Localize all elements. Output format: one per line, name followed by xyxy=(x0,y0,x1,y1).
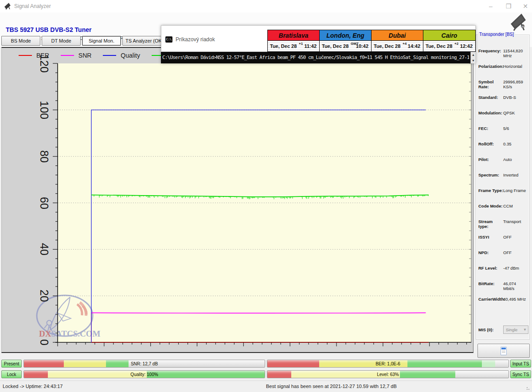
clock-time: 12:42 xyxy=(460,41,473,51)
clock-date: Tue, Dec 28 xyxy=(426,41,452,51)
transponder-field-bitrate: BitRate:46,074 Mbit/s xyxy=(478,281,528,297)
field-label: BitRate: xyxy=(478,281,503,286)
legend-item-snr: SNR xyxy=(61,52,92,59)
clock-time: 11:42 xyxy=(304,41,317,51)
transponder-field-fec: FEC:5/6 xyxy=(478,126,528,141)
lock-indicator-button[interactable]: Lock xyxy=(1,370,22,378)
field-value: Transport xyxy=(503,219,521,224)
transponder-field-stream-type: Stream type:Transport xyxy=(478,219,528,235)
scroll-up-icon[interactable]: ▲ xyxy=(471,52,476,58)
clock-time-row: Tue, Dec 28GMT10:42 xyxy=(320,41,371,51)
transponder-field-rolloff: RollOff:0.35 xyxy=(478,141,528,157)
mode-tab-bar: BS ModeDT ModeSignal Mon.TS Analyzer (OK… xyxy=(1,36,167,46)
satellite-dish-icon: dBs xyxy=(508,12,528,31)
chart-plot-area xyxy=(58,63,471,342)
tab-signal-mon[interactable]: Signal Mon. xyxy=(82,36,121,46)
clock-date: Tue, Dec 28 xyxy=(270,41,297,51)
field-label: Modulation: xyxy=(478,110,503,115)
field-label: Code Mode: xyxy=(478,204,503,208)
ber-meter: BER: 1,0E-6 xyxy=(267,360,509,368)
transponder-field-issyi: ISSYIOFF xyxy=(478,235,528,250)
field-value: CCM xyxy=(503,204,513,208)
field-label: RF Level: xyxy=(478,266,503,270)
lock-uptime-status: Locked -> Uptime: 24:43:17 xyxy=(3,384,63,389)
transponder-field-rf-level: RF Level:-47 dBm xyxy=(478,266,528,281)
svg-text:DXSATCS.COM: DXSATCS.COM xyxy=(39,329,101,338)
field-value: Horizontal xyxy=(503,64,522,69)
tab-ts-analyzer-ok[interactable]: TS Analyzer (OK) xyxy=(122,36,167,46)
legend-label: SNR xyxy=(78,52,92,59)
transponder-field-pilot: Pilot:Auto xyxy=(478,157,528,172)
tab-dt-mode[interactable]: DT Mode xyxy=(42,36,81,46)
field-value: Long Frame xyxy=(503,188,526,193)
field-value: 5/6 xyxy=(503,126,509,131)
clock-utc-offset: +2 xyxy=(454,42,458,46)
clock-time: 14:42 xyxy=(408,41,420,51)
field-label: Polarization: xyxy=(478,64,503,69)
transponder-field-symbol-rate: Symbol Rate:29996,859 KS/s xyxy=(478,79,528,95)
clock-city: Bratislava xyxy=(268,30,319,41)
transponder-field-modulation: Modulation:QPSK xyxy=(478,110,528,126)
clock-city: Dubai xyxy=(372,30,423,41)
logo-text-dx: DX xyxy=(39,329,51,338)
field-label: RollOff: xyxy=(478,141,503,146)
field-label: Symbol Rate: xyxy=(478,79,503,89)
field-value: 0.35 xyxy=(503,141,512,146)
field-value: 29996,859 KS/s xyxy=(503,79,528,89)
title-bar[interactable]: Signal Analyzer – ❒ ✕ xyxy=(0,0,532,12)
clock-bratislava: BratislavaTue, Dec 28+111:42 xyxy=(268,30,320,51)
input-ts-button[interactable]: Input TS xyxy=(510,360,531,368)
command-prompt-body[interactable]: C:\Users\Roman Dávid>NSS 12-57°E_East Af… xyxy=(161,52,476,63)
scroll-down-icon[interactable]: ▼ xyxy=(471,58,476,63)
world-clocks: BratislavaTue, Dec 28+111:42London, EngT… xyxy=(267,30,476,52)
present-indicator-button[interactable]: Present xyxy=(1,360,22,368)
field-label: FEC: xyxy=(478,126,503,131)
sync-ts-button[interactable]: Sync TS xyxy=(510,370,531,378)
mis-select[interactable]: Single ▼ xyxy=(503,325,528,334)
mis-value: Single xyxy=(506,327,517,332)
field-value: OFF xyxy=(503,250,512,255)
maximize-button[interactable]: ❒ xyxy=(501,0,516,12)
quality-line-swatch xyxy=(103,55,116,56)
cmd-icon: C:\ xyxy=(165,36,172,43)
field-value: Inverted xyxy=(503,172,518,177)
quality-readout: Quality: 100% xyxy=(24,371,265,378)
command-prompt-title: Príkazový riadok xyxy=(176,36,215,43)
signal-analyzer-window: Signal Analyzer – ❒ ✕ TBS 5927 USB DVB-S… xyxy=(0,0,532,392)
transponder-field-frequency: Frequency:11544,820 MHz xyxy=(478,48,528,64)
tuner-title: TBS 5927 USB DVB-S2 Tuner xyxy=(6,26,91,33)
clock-date: Tue, Dec 28 xyxy=(322,41,348,51)
chart-legend: BERSNRQualityLevel xyxy=(19,52,184,59)
clock-cairo: CairoTue, Dec 28+212:42 xyxy=(423,30,475,51)
clock-time-row: Tue, Dec 28+111:42 xyxy=(268,41,319,51)
command-prompt-text: C:\Users\Roman Dávid>NSS 12-57°E_East Af… xyxy=(162,52,469,63)
transponder-field-code-mode: Code Mode:CCM xyxy=(478,204,528,219)
quality-meter: Quality: 100% xyxy=(23,370,265,378)
field-value: Auto xyxy=(503,157,512,162)
clock-time-row: Tue, Dec 28+414:42 xyxy=(372,41,423,51)
transport-stream-list-button[interactable] xyxy=(477,344,530,358)
window-title: Signal Analyzer xyxy=(14,0,51,12)
transponder-field-npd: NPD:OFF xyxy=(478,250,528,266)
best-signal-status: Best signal has been seen at 2021-12-27 … xyxy=(266,384,397,389)
minimize-button[interactable]: – xyxy=(483,0,498,12)
snr-meter: SNR: 12,7 dB xyxy=(23,360,265,368)
field-label: Pilot: xyxy=(478,157,503,162)
level-readout: Level: 63% xyxy=(267,371,509,378)
snr-readout: SNR: 12,7 dB xyxy=(24,360,265,368)
snr-line-swatch xyxy=(61,55,74,56)
legend-label: BER xyxy=(36,52,49,59)
field-value: 46,074 Mbit/s xyxy=(503,281,528,291)
transponder-panel: Transponder [BS] Frequency:11544,820 MHz… xyxy=(476,35,530,340)
list-icon xyxy=(501,347,507,355)
command-prompt-scrollbar[interactable]: ▲ ▼ xyxy=(470,52,476,63)
ber-line-swatch xyxy=(19,55,32,56)
field-label: NPD: xyxy=(478,250,503,255)
tab-bs-mode[interactable]: BS Mode xyxy=(1,36,40,46)
ber-readout: BER: 1,0E-6 xyxy=(267,360,509,368)
close-button[interactable]: ✕ xyxy=(518,0,532,12)
transponder-fields: Frequency:11544,820 MHzPolarization:Hori… xyxy=(478,48,528,312)
field-value: OFF xyxy=(503,235,512,239)
resize-grip[interactable] xyxy=(526,387,531,391)
transponder-field-spectrum: Spectrum:Inverted xyxy=(478,172,528,188)
